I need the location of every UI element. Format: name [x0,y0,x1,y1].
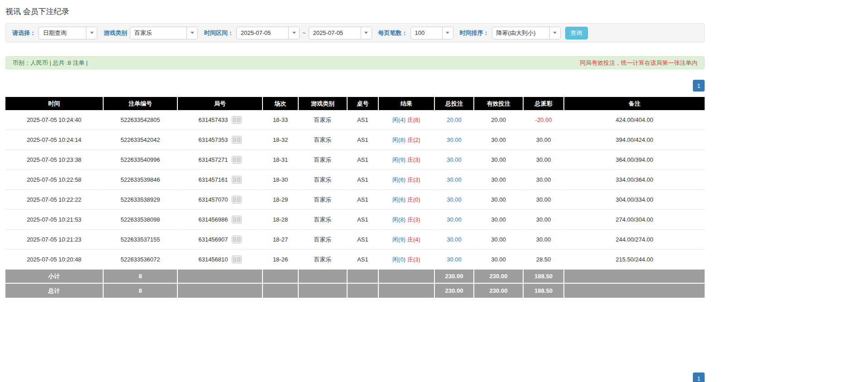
table-row: 2025-07-05 10:22:58 522633539846 6314571… [5,170,705,190]
cell-table-no: AS1 [348,110,379,130]
cell-bet-id: 522633540996 [104,150,178,170]
total-bet-link[interactable]: 20.00 [447,116,462,123]
page-1-button[interactable]: 1 [693,372,705,382]
result-player-text: 闲(0) [392,256,405,263]
page-size-value: 100 [411,27,442,39]
total-bet-link[interactable]: 30.00 [447,136,462,143]
cell-result: 闲(9)庄(3) [379,150,435,170]
cell-total-bet: 30.00 [435,150,474,170]
cell-bet-id: 522633536072 [104,250,178,270]
bet-records-table: 时间 注单编号 局号 场次 游戏类别 桌号 结果 总投注 有效投注 总派彩 备注… [5,97,705,298]
pagination-bottom: 1 [5,372,705,382]
footer-empty-cell [379,284,435,298]
game-type-dropdown[interactable]: 百家乐 [130,27,198,39]
table-row: 2025-07-05 10:24:14 522633542042 6314573… [5,130,705,150]
cell-time: 2025-07-05 10:24:40 [5,110,104,130]
cell-game-type: 百家乐 [299,210,348,230]
round-result-video-icon[interactable] [232,196,242,203]
caret-glyph [446,32,449,34]
footer-empty-cell [299,270,348,284]
date-range-separator: ~ [302,29,306,36]
cell-round-id: 631457433 [178,110,263,130]
subtotal-label: 小计 [5,270,104,284]
result-player-text: 闲(9) [392,236,405,243]
total-bet-link[interactable]: 30.00 [447,236,462,243]
game-type-label: 游戏类别 [104,29,127,37]
date-to-picker[interactable]: 2025-07-05 [309,27,372,39]
cell-game-type: 百家乐 [299,150,348,170]
round-result-video-icon[interactable] [232,136,242,144]
cell-game-type: 百家乐 [299,250,348,270]
round-id-text: 631456810 [198,256,228,263]
result-player-text: 闲(6) [392,176,405,183]
page-size-dropdown[interactable]: 100 [410,27,453,39]
round-result-video-icon[interactable] [232,236,242,243]
chevron-down-icon[interactable] [442,27,453,39]
date-from-picker[interactable]: 2025-07-05 [236,27,300,39]
pagination-top: 1 [5,80,705,92]
total-bet-link[interactable]: 30.00 [447,156,462,163]
result-player-text: 闲(9) [392,156,405,163]
result-player-text: 闲(4) [392,116,405,123]
caret-glyph [90,32,94,34]
search-button[interactable]: 查询 [565,27,588,39]
cell-payout: 30.00 [524,210,564,230]
round-id-text: 631456907 [198,236,228,243]
result-player-text: 闲(8) [392,136,405,143]
grand-total-payout: 188.50 [524,284,564,298]
total-bet-link[interactable]: 30.00 [447,256,462,263]
round-id-text: 631456986 [198,216,228,223]
cell-game-type: 百家乐 [299,230,348,250]
subtotal-row: 小计 8 230.00 230.00 188.50 [5,270,705,284]
cell-remark: 394.00/424.00 [564,130,705,150]
cell-result: 闲(8)庄(3) [379,210,435,230]
cell-result: 闲(6)庄(3) [379,170,435,190]
cell-session: 18-26 [263,250,299,270]
cell-payout: 30.00 [524,130,564,150]
cell-time: 2025-07-05 10:20:48 [5,250,104,270]
total-bet-link[interactable]: 30.00 [447,196,462,203]
chevron-down-icon[interactable] [186,27,197,39]
cell-table-no: AS1 [348,230,379,250]
cell-game-type: 百家乐 [299,110,348,130]
round-result-video-icon[interactable] [232,216,242,223]
round-result-video-icon[interactable] [232,116,242,124]
chevron-down-icon[interactable] [86,27,97,39]
cell-total-bet: 30.00 [435,130,474,150]
cell-time: 2025-07-05 10:22:22 [5,190,104,210]
col-header-payout: 总派彩 [524,97,564,110]
cell-payout: -20.00 [524,110,564,130]
footer-empty-cell [564,270,705,284]
caret-glyph [364,32,368,34]
table-body: 2025-07-05 10:24:40 522633542805 6314574… [5,110,705,270]
total-bet-link[interactable]: 30.00 [447,216,462,223]
cell-round-id: 631456986 [178,210,263,230]
col-header-total-bet: 总投注 [435,97,474,110]
round-result-video-icon[interactable] [232,256,242,263]
currency-total-text: 币别：人民币 | 总共 :8 注单 | [13,59,88,67]
cell-round-id: 631457271 [178,150,263,170]
date-from-value: 2025-07-05 [237,27,288,39]
chevron-down-icon[interactable] [361,27,372,39]
subtotal-payout: 188.50 [524,270,564,284]
cell-payout: 30.00 [524,150,564,170]
cell-valid-bet: 30.00 [474,170,524,190]
cell-valid-bet: 30.00 [474,130,524,150]
page-1-button[interactable]: 1 [693,80,705,92]
cell-time: 2025-07-05 10:22:58 [5,170,104,190]
col-header-table-no: 桌号 [348,97,379,110]
round-result-video-icon[interactable] [232,176,242,184]
time-sort-dropdown[interactable]: 降幂(由大到小) [492,27,561,39]
table-header-row: 时间 注单编号 局号 场次 游戏类别 桌号 结果 总投注 有效投注 总派彩 备注 [5,97,705,110]
total-bet-link[interactable]: 30.00 [447,176,462,183]
round-result-video-icon[interactable] [232,156,242,164]
result-banker-text: 庄(4) [407,236,420,243]
query-type-dropdown[interactable]: 日期查询 [38,27,97,39]
cell-session: 18-30 [263,170,299,190]
cell-table-no: AS1 [348,150,379,170]
chevron-down-icon[interactable] [288,27,299,39]
chevron-down-icon[interactable] [549,27,560,39]
cell-time: 2025-07-05 10:24:14 [5,130,104,150]
cell-bet-id: 522633537155 [104,230,178,250]
cell-round-id: 631457161 [178,170,263,190]
